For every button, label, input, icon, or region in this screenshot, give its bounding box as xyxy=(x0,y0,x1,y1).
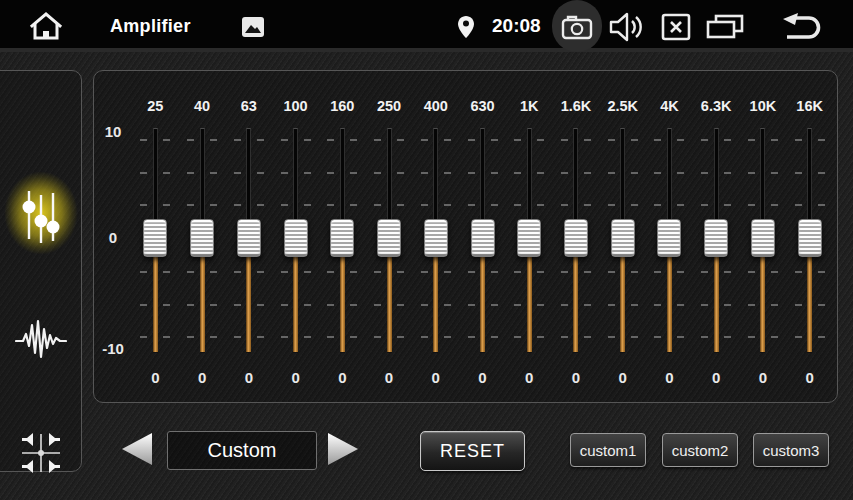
eq-band: 10K 0 xyxy=(740,71,787,402)
recent-apps-button[interactable] xyxy=(704,13,746,41)
band-frequency-label: 40 xyxy=(179,97,226,115)
tick-marks-right xyxy=(397,139,404,141)
band-value: 0 xyxy=(225,369,272,387)
tick-marks-left xyxy=(327,139,334,141)
tick-marks-right xyxy=(350,139,357,141)
amplifier-screen: Amplifier 20:08 xyxy=(0,0,853,500)
slider-knob[interactable] xyxy=(611,219,635,257)
slider-knob[interactable] xyxy=(751,219,775,257)
waveform-icon xyxy=(15,317,67,361)
band-value: 0 xyxy=(646,369,693,387)
eq-band: 1.6K 0 xyxy=(553,71,600,402)
eq-band: 630 0 xyxy=(459,71,506,402)
slider-knob[interactable] xyxy=(143,219,167,257)
tick-marks-left xyxy=(561,139,568,141)
tick-marks-left xyxy=(795,139,802,141)
eq-band: 6.3K 0 xyxy=(693,71,740,402)
slider-knob[interactable] xyxy=(237,219,261,257)
wallpaper-button[interactable] xyxy=(240,15,266,39)
slider-knob[interactable] xyxy=(377,219,401,257)
custom2-button[interactable]: custom2 xyxy=(662,433,738,467)
back-button[interactable] xyxy=(778,11,826,43)
home-button[interactable] xyxy=(24,9,68,43)
band-frequency-label: 100 xyxy=(272,97,319,115)
eq-band: 160 0 xyxy=(319,71,366,402)
tick-marks-right xyxy=(677,139,684,141)
speaker-icon xyxy=(609,12,647,42)
reset-button[interactable]: RESET xyxy=(420,431,525,471)
band-value: 0 xyxy=(272,369,319,387)
tick-marks-right xyxy=(491,139,498,141)
sidebar-item-balance[interactable] xyxy=(1,413,81,493)
band-frequency-label: 250 xyxy=(366,97,413,115)
slider-knob[interactable] xyxy=(657,219,681,257)
slider-knob[interactable] xyxy=(284,219,308,257)
band-frequency-label: 25 xyxy=(132,97,179,115)
custom1-button[interactable]: custom1 xyxy=(570,433,646,467)
slider-knob[interactable] xyxy=(798,219,822,257)
band-value: 0 xyxy=(132,369,179,387)
home-icon xyxy=(28,10,64,42)
band-frequency-label: 10K xyxy=(740,97,787,115)
preset-next-button[interactable] xyxy=(325,431,361,467)
sidebar-item-sound-effect[interactable] xyxy=(1,299,81,379)
band-frequency-label: 2.5K xyxy=(599,97,646,115)
tick-marks-left xyxy=(187,139,194,141)
equalizer-icon xyxy=(21,189,61,245)
speakers-balance-icon xyxy=(18,430,64,476)
band-value: 0 xyxy=(740,369,787,387)
band-value: 0 xyxy=(553,369,600,387)
slider-knob[interactable] xyxy=(704,219,728,257)
status-bar: Amplifier 20:08 xyxy=(0,0,853,52)
band-value: 0 xyxy=(506,369,553,387)
screenshot-button[interactable] xyxy=(552,0,602,52)
back-arrow-icon xyxy=(779,12,825,42)
band-frequency-label: 4K xyxy=(646,97,693,115)
band-frequency-label: 160 xyxy=(319,97,366,115)
preset-name-box[interactable]: Custom xyxy=(167,431,317,470)
band-frequency-label: 1.6K xyxy=(553,97,600,115)
band-value: 0 xyxy=(599,369,646,387)
band-value: 0 xyxy=(319,369,366,387)
band-value: 0 xyxy=(412,369,459,387)
band-value: 0 xyxy=(366,369,413,387)
slider-knob[interactable] xyxy=(517,219,541,257)
equalizer-panel: 10 0 -10 25 0 40 xyxy=(93,70,838,403)
eq-band: 250 0 xyxy=(366,71,413,402)
preset-prev-button[interactable] xyxy=(119,431,155,467)
slider-knob[interactable] xyxy=(564,219,588,257)
slider-knob[interactable] xyxy=(190,219,214,257)
custom3-button[interactable]: custom3 xyxy=(753,433,829,467)
slider-knob[interactable] xyxy=(471,219,495,257)
tick-marks-left xyxy=(281,139,288,141)
scale-label-max: 10 xyxy=(94,123,132,141)
tick-marks-left xyxy=(701,139,708,141)
sidebar-item-equalizer[interactable] xyxy=(1,169,81,265)
band-frequency-label: 16K xyxy=(786,97,833,115)
tick-marks-right xyxy=(210,139,217,141)
close-app-button[interactable] xyxy=(660,13,692,41)
eq-band: 400 0 xyxy=(412,71,459,402)
tick-marks-right xyxy=(584,139,591,141)
eq-band: 63 0 xyxy=(225,71,272,402)
tick-marks-right xyxy=(163,139,170,141)
eq-band: 100 0 xyxy=(272,71,319,402)
windows-icon xyxy=(705,13,745,41)
tick-marks-left xyxy=(374,139,381,141)
left-arrow-icon xyxy=(119,431,155,467)
camera-icon xyxy=(560,12,594,40)
slider-knob[interactable] xyxy=(330,219,354,257)
band-frequency-label: 400 xyxy=(412,97,459,115)
tick-marks-right xyxy=(818,139,825,141)
tick-marks-left xyxy=(608,139,615,141)
tick-marks-right xyxy=(444,139,451,141)
band-value: 0 xyxy=(459,369,506,387)
volume-button[interactable] xyxy=(608,12,648,42)
band-frequency-label: 63 xyxy=(225,97,272,115)
tick-marks-left xyxy=(514,139,521,141)
band-value: 0 xyxy=(786,369,833,387)
slider-knob[interactable] xyxy=(424,219,448,257)
band-value: 0 xyxy=(179,369,226,387)
tick-marks-right xyxy=(771,139,778,141)
eq-band: 4K 0 xyxy=(646,71,693,402)
